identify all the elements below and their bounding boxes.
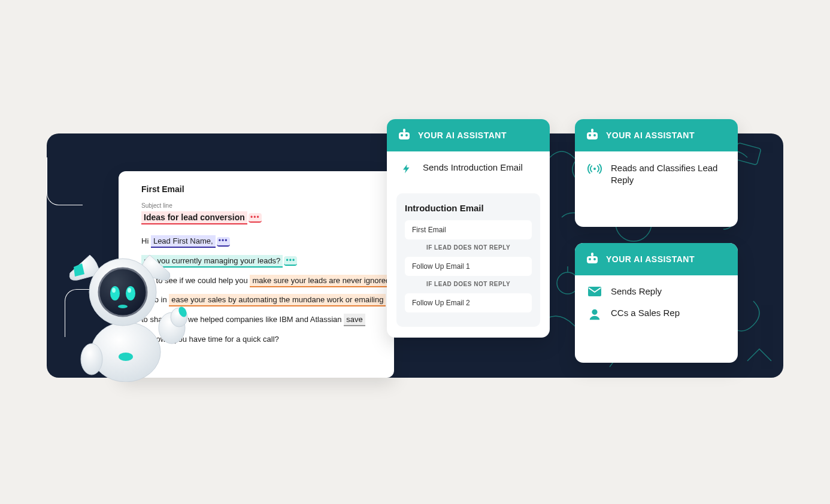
robot-icon — [398, 129, 411, 142]
ai-card-header: YOUR AI ASSISTANT — [575, 119, 738, 151]
user-icon — [587, 308, 602, 321]
svg-point-19 — [81, 344, 102, 375]
highlight-orange[interactable]: ease your sales by automating the mundan… — [169, 294, 386, 306]
svg-point-18 — [119, 353, 133, 361]
subject-text[interactable]: Ideas for lead conversion — [141, 211, 247, 224]
highlight-grey[interactable]: save — [344, 314, 365, 326]
ai-header-label: YOUR AI ASSISTANT — [418, 130, 507, 140]
sequence-step-followup1[interactable]: Follow Up Email 1 — [405, 257, 532, 276]
highlight-orange[interactable]: make sure your leads are never ignored — [250, 275, 392, 287]
mail-icon — [587, 286, 602, 297]
robot-icon — [586, 129, 599, 142]
sequence-condition: IF LEAD DOES NOT REPLY — [405, 281, 532, 287]
svg-point-12 — [112, 288, 116, 293]
ai-card-header: YOUR AI ASSISTANT — [575, 243, 738, 275]
subject-row[interactable]: Ideas for lead conversion••• — [141, 211, 378, 224]
svg-point-20 — [593, 168, 596, 170]
ai-assistant-card-reply: YOUR AI ASSISTANT Sends Reply CCs a Sale… — [575, 243, 738, 363]
more-icon[interactable]: ••• — [249, 213, 262, 223]
action-row-cc: CCs a Sales Rep — [587, 308, 726, 321]
text: Hi — [141, 236, 149, 245]
action-row-reply: Sends Reply — [587, 286, 726, 297]
ai-assistant-card-classify: YOUR AI ASSISTANT Reads and Classifies L… — [575, 119, 738, 227]
svg-point-13 — [128, 288, 131, 293]
more-icon[interactable]: ••• — [217, 237, 230, 247]
action-label: Sends Reply — [611, 286, 662, 296]
action-label: CCs a Sales Rep — [611, 308, 680, 318]
action-row-send-intro: Sends Introduction Email — [399, 162, 538, 175]
robot-icon — [586, 253, 599, 266]
body-line-greeting[interactable]: Hi Lead First Name,••• — [141, 235, 378, 248]
svg-point-14 — [118, 305, 128, 308]
svg-point-10 — [110, 286, 120, 300]
svg-point-11 — [126, 286, 135, 300]
subject-label: Subject line — [141, 202, 378, 209]
email-sequence-box: Introduction Email First Email IF LEAD D… — [396, 193, 540, 327]
action-label: Reads and Classifies Lead Reply — [611, 162, 726, 187]
ai-header-label: YOUR AI ASSISTANT — [606, 130, 695, 140]
robot-mascot-icon — [57, 250, 195, 382]
ai-card-header: YOUR AI ASSISTANT — [387, 119, 550, 151]
ai-header-label: YOUR AI ASSISTANT — [606, 254, 695, 264]
action-row-classify: Reads and Classifies Lead Reply — [587, 162, 726, 187]
sequence-title: Introduction Email — [405, 203, 532, 213]
merge-token-name[interactable]: Lead First Name, — [151, 235, 216, 248]
hero-canvas: First Email Subject line Ideas for lead … — [0, 0, 830, 504]
sequence-step-first[interactable]: First Email — [405, 220, 532, 239]
more-icon[interactable]: ••• — [284, 256, 297, 266]
broadcast-icon — [587, 162, 602, 175]
sequence-condition: IF LEAD DOES NOT REPLY — [405, 244, 532, 251]
ai-assistant-card-send: YOUR AI ASSISTANT Sends Introduction Ema… — [387, 119, 550, 338]
bolt-icon — [399, 162, 414, 175]
email-card-title: First Email — [141, 184, 378, 194]
action-label: Sends Introduction Email — [423, 162, 523, 172]
sequence-step-followup2[interactable]: Follow Up Email 2 — [405, 293, 532, 312]
svg-point-22 — [592, 309, 597, 315]
